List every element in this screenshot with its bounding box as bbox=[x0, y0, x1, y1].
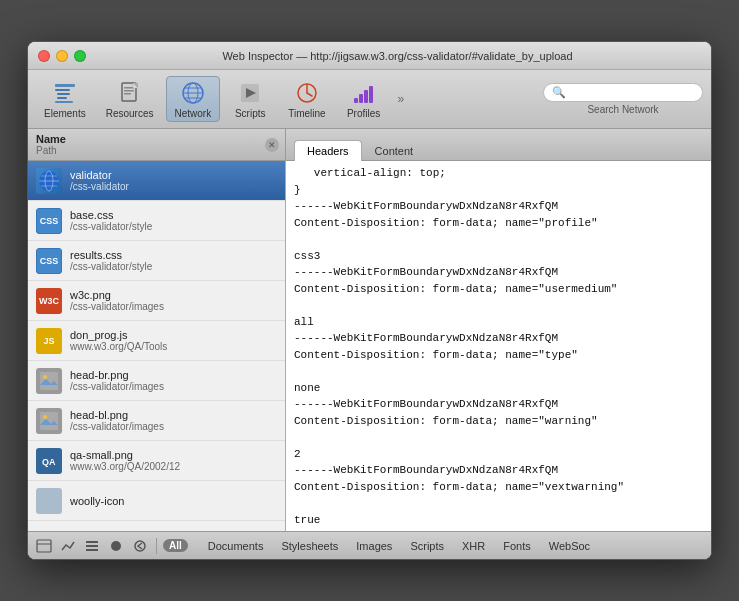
traffic-lights bbox=[38, 50, 86, 62]
svg-rect-1 bbox=[55, 89, 70, 91]
list-item[interactable]: QA qa-small.png www.w3.org/QA/2002/12 bbox=[28, 441, 285, 481]
console-icon[interactable] bbox=[34, 536, 54, 556]
toolbar-network[interactable]: Network bbox=[166, 76, 221, 122]
svg-rect-6 bbox=[124, 87, 134, 89]
tab-content[interactable]: Content bbox=[362, 140, 427, 161]
elements-icon bbox=[51, 79, 79, 107]
svg-rect-36 bbox=[40, 492, 58, 510]
list-item[interactable]: head-br.png /css-validator/images bbox=[28, 361, 285, 401]
minimize-button[interactable] bbox=[56, 50, 68, 62]
svg-rect-3 bbox=[57, 97, 67, 99]
file-info-qa: qa-small.png www.w3.org/QA/2002/12 bbox=[70, 449, 277, 472]
toolbar-overflow[interactable]: » bbox=[394, 92, 409, 106]
file-info-validator: validator /css-validator bbox=[70, 169, 277, 192]
file-icon-head-br bbox=[36, 368, 62, 394]
svg-point-31 bbox=[43, 375, 47, 379]
filter-scripts[interactable]: Scripts bbox=[402, 538, 452, 554]
file-icon-woolly bbox=[36, 488, 62, 514]
file-name: qa-small.png bbox=[70, 449, 277, 461]
tab-headers[interactable]: Headers bbox=[294, 140, 362, 161]
col-name-label: Name bbox=[36, 133, 277, 145]
svg-rect-41 bbox=[86, 549, 98, 551]
file-icon-css: CSS bbox=[36, 208, 62, 234]
file-path: /css-validator/style bbox=[70, 261, 277, 272]
filter-stylesheets[interactable]: Stylesheets bbox=[273, 538, 346, 554]
record-icon[interactable] bbox=[106, 536, 126, 556]
timeline-icon bbox=[293, 79, 321, 107]
all-filter-badge[interactable]: All bbox=[163, 539, 188, 552]
list-item[interactable]: JS don_prog.js www.w3.org/QA/Tools bbox=[28, 321, 285, 361]
elements-label: Elements bbox=[44, 108, 86, 119]
bottom-toolbar: All Documents Stylesheets Images Scripts… bbox=[28, 531, 711, 559]
toolbar-scripts[interactable]: Scripts bbox=[224, 77, 276, 121]
svg-rect-2 bbox=[57, 93, 70, 95]
maximize-button[interactable] bbox=[74, 50, 86, 62]
svg-rect-8 bbox=[124, 93, 131, 95]
file-icon-qa: QA bbox=[36, 448, 62, 474]
list-icon[interactable] bbox=[82, 536, 102, 556]
back-icon[interactable] bbox=[130, 536, 150, 556]
right-panel-header: Headers Content bbox=[286, 129, 711, 160]
file-icon-validator bbox=[36, 168, 62, 194]
file-info-results-css: results.css /css-validator/style bbox=[70, 249, 277, 272]
file-name: head-bl.png bbox=[70, 409, 277, 421]
column-headers: Name Path ✕ Headers Content bbox=[28, 129, 711, 161]
file-name: w3c.png bbox=[70, 289, 277, 301]
file-name: results.css bbox=[70, 249, 277, 261]
svg-rect-23 bbox=[364, 90, 368, 103]
titlebar: Web Inspector — http://jigsaw.w3.org/css… bbox=[28, 42, 711, 70]
scripts-icon bbox=[236, 79, 264, 107]
filter-images[interactable]: Images bbox=[348, 538, 400, 554]
svg-text:QA: QA bbox=[42, 457, 56, 467]
svg-rect-22 bbox=[359, 94, 363, 103]
close-panel-button[interactable]: ✕ bbox=[265, 138, 279, 152]
file-icon-css2: CSS bbox=[36, 248, 62, 274]
window-title: Web Inspector — http://jigsaw.w3.org/css… bbox=[94, 50, 701, 62]
search-icon: 🔍 bbox=[552, 86, 566, 99]
resources-icon bbox=[116, 79, 144, 107]
filter-websoc[interactable]: WebSoc bbox=[541, 538, 598, 554]
svg-rect-30 bbox=[40, 372, 58, 390]
svg-rect-37 bbox=[37, 540, 51, 552]
svg-rect-0 bbox=[55, 84, 75, 87]
svg-rect-21 bbox=[354, 98, 358, 103]
right-panel: vertical-align: top; } ------WebKitFormB… bbox=[286, 161, 711, 531]
file-name: base.css bbox=[70, 209, 277, 221]
file-name: validator bbox=[70, 169, 277, 181]
svg-rect-32 bbox=[40, 412, 58, 430]
list-item[interactable]: W3C w3c.png /css-validator/images bbox=[28, 281, 285, 321]
profiles-label: Profiles bbox=[347, 108, 380, 119]
toolbar-resources[interactable]: Resources bbox=[98, 77, 162, 121]
left-panel[interactable]: validator /css-validator CSS base.css /c… bbox=[28, 161, 286, 531]
toolbar: Elements Resources bbox=[28, 70, 711, 129]
filter-xhr[interactable]: XHR bbox=[454, 538, 493, 554]
scope-icon[interactable] bbox=[58, 536, 78, 556]
file-info-w3c: w3c.png /css-validator/images bbox=[70, 289, 277, 312]
list-item[interactable]: CSS base.css /css-validator/style bbox=[28, 201, 285, 241]
resources-label: Resources bbox=[106, 108, 154, 119]
scripts-label: Scripts bbox=[235, 108, 266, 119]
network-label: Network bbox=[175, 108, 212, 119]
search-input[interactable] bbox=[570, 87, 694, 99]
file-icon-js: JS bbox=[36, 328, 62, 354]
filter-documents[interactable]: Documents bbox=[200, 538, 272, 554]
list-item[interactable]: CSS results.css /css-validator/style bbox=[28, 241, 285, 281]
profiles-icon bbox=[350, 79, 378, 107]
toolbar-elements[interactable]: Elements bbox=[36, 77, 94, 121]
svg-rect-4 bbox=[55, 101, 73, 103]
content-area[interactable]: vertical-align: top; } ------WebKitFormB… bbox=[286, 161, 711, 531]
search-input-wrapper[interactable]: 🔍 bbox=[543, 83, 703, 102]
list-item[interactable]: head-bl.png /css-validator/images bbox=[28, 401, 285, 441]
timeline-label: Timeline bbox=[288, 108, 325, 119]
toolbar-profiles[interactable]: Profiles bbox=[338, 77, 390, 121]
list-item[interactable]: validator /css-validator bbox=[28, 161, 285, 201]
file-info-head-bl: head-bl.png /css-validator/images bbox=[70, 409, 277, 432]
filter-fonts[interactable]: Fonts bbox=[495, 538, 539, 554]
list-item[interactable]: woolly-icon bbox=[28, 481, 285, 521]
close-button[interactable] bbox=[38, 50, 50, 62]
svg-rect-24 bbox=[369, 86, 373, 103]
file-info-base-css: base.css /css-validator/style bbox=[70, 209, 277, 232]
toolbar-timeline[interactable]: Timeline bbox=[280, 77, 333, 121]
web-inspector-window: Web Inspector — http://jigsaw.w3.org/css… bbox=[27, 41, 712, 560]
left-panel-header: Name Path ✕ bbox=[28, 129, 286, 160]
